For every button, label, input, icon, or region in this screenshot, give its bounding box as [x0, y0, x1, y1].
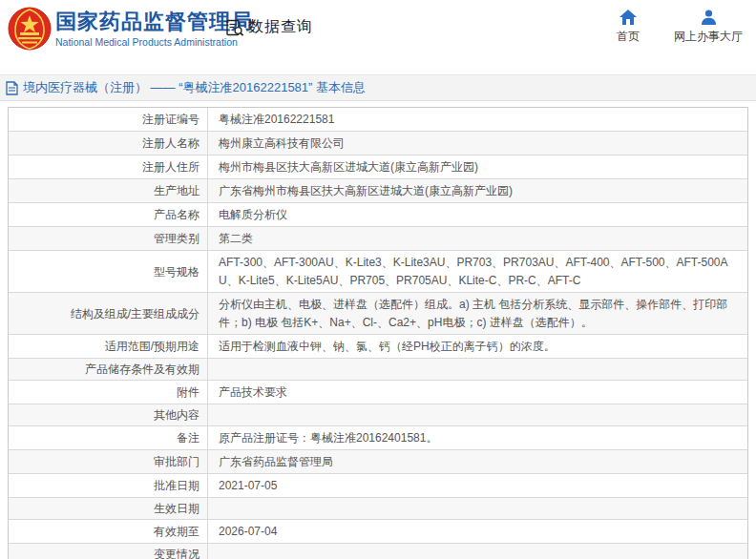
row-value	[208, 498, 747, 519]
org-name-cn: 国家药品监督管理局	[55, 10, 253, 34]
row-label-text: 有效期至	[154, 524, 200, 540]
data-query-title: 数据查询	[248, 17, 313, 37]
table-row: 注册人住所梅州市梅县区扶大高新区进城大道(康立高新产业园)	[9, 155, 747, 179]
row-value: 广东省梅州市梅县区扶大高新区进城大道(康立高新产业园)	[208, 179, 747, 202]
row-value-text: 2026-07-04	[219, 523, 277, 541]
row-value-text: 产品技术要求	[219, 383, 287, 402]
table-row: 审批部门广东省药品监督管理局	[9, 450, 747, 474]
row-label-text: 产品储存条件及有效期	[85, 362, 200, 378]
row-value: 梅州市梅县区扶大高新区进城大道(康立高新产业园)	[208, 155, 747, 178]
breadcrumb: 境内医疗器械（注册） —— “粤械注准20162221581” 基本信息	[23, 79, 366, 96]
row-label: 产品储存条件及有效期	[9, 359, 208, 380]
table-row: 变更情况	[9, 544, 747, 559]
table-row: 有效期至2026-07-04	[9, 520, 747, 544]
row-value	[208, 359, 747, 380]
row-label: 审批部门	[9, 450, 208, 473]
row-label-text: 生效日期	[154, 501, 200, 517]
row-label: 附件	[9, 381, 208, 404]
row-value: 粤械注准20162221581	[208, 108, 747, 131]
row-label: 其他内容	[9, 404, 208, 425]
table-row: 型号规格AFT-300、AFT-300AU、K-Lite3、K-Lite3AU、…	[9, 251, 747, 293]
table-row: 生产地址广东省梅州市梅县区扶大高新区进城大道(康立高新产业园)	[9, 179, 747, 203]
row-label-text: 注册人名称	[142, 135, 200, 152]
row-value-text: 广东省梅州市梅县区扶大高新区进城大道(康立高新产业园)	[219, 182, 513, 200]
page-header: 国家药品监督管理局 National Medical Products Admi…	[0, 0, 756, 63]
nav-online-hall-label: 网上办事大厅	[674, 29, 743, 45]
row-label: 备注	[9, 426, 208, 449]
row-value: 适用于检测血液中钾、钠、氯、钙（经PH校正的离子钙）的浓度。	[208, 335, 747, 358]
row-label: 型号规格	[9, 251, 208, 292]
row-label-text: 生产地址	[154, 183, 200, 199]
top-nav: 首页 网上办事大厅	[617, 10, 743, 45]
breadcrumb-bar: 境内医疗器械（注册） —— “粤械注准20162221581” 基本信息	[0, 74, 756, 101]
table-row: 生效日期	[9, 498, 747, 520]
row-value-text: 原产品注册证号：粤械注准20162401581。	[219, 429, 437, 447]
home-icon	[620, 10, 637, 25]
row-value: 电解质分析仪	[208, 203, 747, 226]
row-label-text: 其他内容	[154, 407, 200, 424]
row-value-text: 适用于检测血液中钾、钠、氯、钙（经PH校正的离子钙）的浓度。	[219, 338, 556, 356]
table-row: 产品名称电解质分析仪	[9, 203, 747, 227]
row-value: 广东省药品监督管理局	[208, 450, 747, 473]
row-value-text: 电解质分析仪	[219, 206, 287, 224]
row-value-text: 广东省药品监督管理局	[219, 453, 333, 471]
nmpa-emblem-logo	[8, 6, 52, 52]
row-label: 管理类别	[9, 227, 208, 250]
row-label: 有效期至	[9, 520, 208, 543]
row-label-text: 结构及组成/主要组成成分	[71, 306, 200, 322]
data-query-section: 数据查询	[225, 17, 313, 37]
row-value-text: 梅州市梅县区扶大高新区进城大道(康立高新产业园)	[219, 158, 478, 176]
table-row: 注册人名称梅州康立高科技有限公司	[9, 132, 747, 155]
row-value-text: 2021-07-05	[219, 477, 277, 495]
row-label-text: 变更情况	[154, 547, 200, 559]
table-row: 产品储存条件及有效期	[9, 359, 747, 381]
row-label: 变更情况	[9, 544, 208, 559]
nav-home-label: 首页	[617, 29, 640, 45]
table-row: 适用范围/预期用途适用于检测血液中钾、钠、氯、钙（经PH校正的离子钙）的浓度。	[9, 335, 747, 359]
row-value-text: 第二类	[219, 230, 253, 248]
document-search-icon	[225, 18, 244, 37]
row-value: 2026-07-04	[208, 520, 747, 543]
row-value	[208, 404, 747, 425]
person-icon	[701, 10, 717, 25]
row-label: 生产地址	[9, 179, 208, 202]
row-label-text: 附件	[177, 384, 200, 401]
row-value: 第二类	[208, 227, 747, 250]
row-label-text: 审批部门	[154, 454, 200, 470]
row-label-text: 注册人住所	[142, 159, 200, 176]
table-row: 其他内容	[9, 404, 747, 426]
row-label-text: 产品名称	[154, 207, 200, 223]
row-label: 适用范围/预期用途	[9, 335, 208, 358]
nav-home[interactable]: 首页	[617, 10, 640, 45]
document-icon	[6, 81, 18, 95]
row-label: 生效日期	[9, 498, 208, 519]
row-label: 产品名称	[9, 203, 208, 226]
row-value: 产品技术要求	[208, 381, 747, 404]
row-value: 梅州康立高科技有限公司	[208, 132, 747, 155]
row-label-text: 备注	[177, 430, 200, 446]
row-label: 注册证编号	[9, 108, 208, 131]
table-row: 注册证编号粤械注准20162221581	[9, 108, 747, 132]
table-row: 批准日期2021-07-05	[9, 474, 747, 498]
row-value	[208, 544, 747, 559]
row-label-text: 批准日期	[154, 478, 200, 494]
row-label-text: 适用范围/预期用途	[105, 339, 200, 355]
row-label: 批准日期	[9, 474, 208, 497]
registration-info-table: 注册证编号粤械注准20162221581注册人名称梅州康立高科技有限公司注册人住…	[8, 107, 748, 559]
row-value-text: 梅州康立高科技有限公司	[219, 135, 345, 153]
table-row: 附件产品技术要求	[9, 381, 747, 404]
row-label: 结构及组成/主要组成成分	[9, 293, 208, 334]
row-value: 2021-07-05	[208, 474, 747, 497]
row-value: 分析仪由主机、电极、进样盘（选配件）组成。a) 主机 包括分析系统、显示部件、操…	[208, 293, 747, 334]
org-name-en: National Medical Products Administration	[55, 36, 253, 48]
row-label: 注册人名称	[9, 132, 208, 155]
row-value-text: 粤械注准20162221581	[219, 111, 334, 129]
table-row: 管理类别第二类	[9, 227, 747, 251]
table-row: 备注原产品注册证号：粤械注准20162401581。	[9, 426, 747, 450]
table-row: 结构及组成/主要组成成分分析仪由主机、电极、进样盘（选配件）组成。a) 主机 包…	[9, 293, 747, 335]
nav-online-hall[interactable]: 网上办事大厅	[674, 10, 743, 45]
row-label-text: 管理类别	[154, 231, 200, 247]
row-label-text: 注册证编号	[142, 112, 200, 128]
row-value-text: 分析仪由主机、电极、进样盘（选配件）组成。a) 主机 包括分析系统、显示部件、操…	[219, 296, 738, 332]
row-label: 注册人住所	[9, 155, 208, 178]
